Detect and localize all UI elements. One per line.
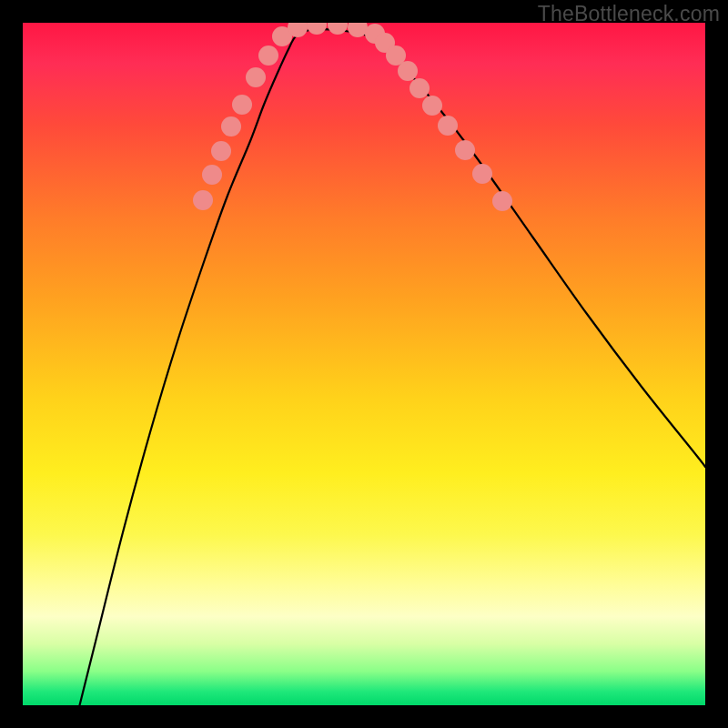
chart-overlay	[23, 23, 705, 705]
highlight-dot	[455, 140, 475, 160]
curve-line	[77, 29, 705, 705]
highlight-dot	[307, 23, 327, 35]
highlight-marker-group	[193, 23, 512, 211]
highlight-dot	[211, 141, 231, 161]
highlight-dot	[472, 164, 492, 184]
highlight-dot	[398, 61, 418, 81]
highlight-dot	[438, 116, 458, 136]
highlight-dot	[422, 96, 442, 116]
highlight-dot	[258, 46, 278, 66]
highlight-dot	[328, 23, 348, 35]
highlight-dot	[193, 190, 213, 210]
highlight-dot	[246, 67, 266, 87]
highlight-dot	[221, 116, 241, 136]
highlight-dot	[492, 191, 512, 211]
chart-frame	[23, 23, 705, 705]
highlight-dot	[202, 165, 222, 185]
highlight-dot	[410, 78, 430, 98]
highlight-dot	[232, 95, 252, 115]
watermark-text: TheBottleneck.com	[538, 2, 720, 26]
